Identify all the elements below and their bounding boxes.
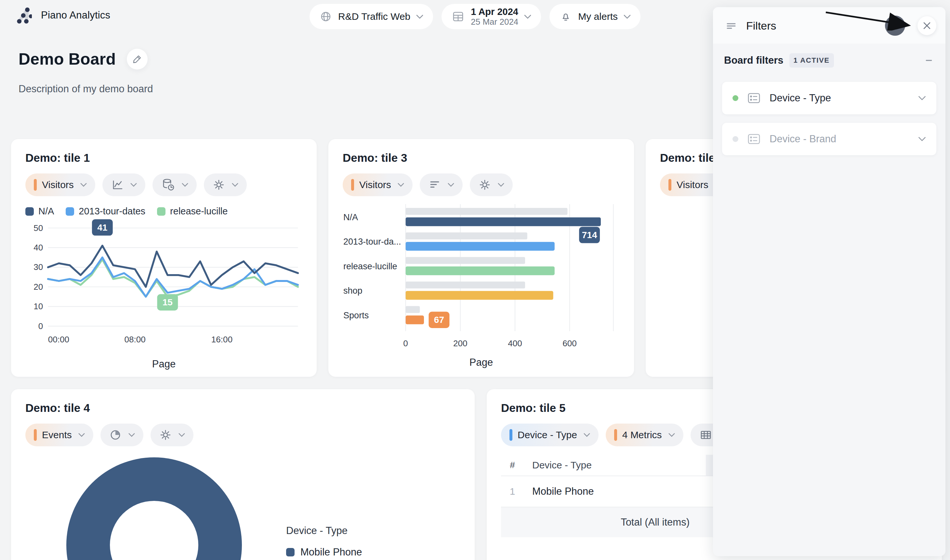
svg-text:Sports: Sports bbox=[343, 310, 369, 320]
svg-text:08:00: 08:00 bbox=[124, 335, 145, 344]
date-comparison: 25 Mar 2024 bbox=[471, 17, 518, 27]
tile1-axis-title: Page bbox=[25, 358, 302, 370]
svg-text:400: 400 bbox=[508, 338, 522, 348]
tile-demo-4: Demo: tile 4 Events bbox=[11, 389, 475, 560]
chevron-down-icon bbox=[79, 433, 85, 437]
active-count-badge: 1 ACTIVE bbox=[790, 53, 834, 68]
legend-label: 2013-tour-dates bbox=[79, 206, 145, 217]
rank-header: # bbox=[501, 455, 524, 475]
settings-selector[interactable] bbox=[470, 174, 513, 196]
filter-status-dot bbox=[733, 95, 738, 101]
filter-item-device-brand[interactable]: Device - Brand bbox=[722, 123, 936, 155]
chevron-down-icon bbox=[232, 183, 238, 187]
tile3-hbar-chart: 0200400600N/A7142013-tour-da...release-l… bbox=[343, 202, 620, 354]
chevron-down-icon bbox=[416, 14, 423, 19]
database-clock-icon bbox=[161, 178, 175, 192]
tile-title: Demo: tile 1 bbox=[25, 151, 302, 165]
dimension-header[interactable]: Device - Type bbox=[524, 455, 706, 475]
tile-title: Demo: tile 3 bbox=[343, 151, 620, 165]
svg-text:0: 0 bbox=[39, 321, 43, 331]
metrics-selector[interactable]: 4 Metrics bbox=[606, 423, 683, 446]
svg-text:15: 15 bbox=[163, 297, 173, 307]
svg-text:shop: shop bbox=[343, 286, 362, 295]
tile1-toolbar: Visitors bbox=[25, 174, 302, 196]
svg-text:200: 200 bbox=[453, 338, 467, 348]
metric-accent bbox=[34, 429, 37, 441]
brand-name: Piano Analytics bbox=[41, 9, 110, 21]
pencil-icon bbox=[132, 54, 143, 65]
filters-panel: Filters Board filters 1 ACTIVE bbox=[713, 7, 945, 556]
filter-status-dot bbox=[733, 136, 738, 142]
chevron-down-icon bbox=[918, 137, 926, 142]
metric-selector[interactable]: Events bbox=[25, 423, 93, 446]
svg-text:20: 20 bbox=[34, 282, 43, 292]
add-filter-button[interactable] bbox=[885, 15, 905, 36]
date-range-values: 1 Apr 2024 25 Mar 2024 bbox=[471, 6, 518, 27]
legend-swatch bbox=[25, 207, 34, 216]
data-source-selector[interactable] bbox=[153, 174, 197, 196]
site-selector[interactable]: R&D Traffic Web bbox=[310, 4, 433, 29]
metric-selector[interactable]: Visitors bbox=[25, 174, 95, 196]
chevron-down-icon bbox=[624, 14, 631, 19]
dimension-selector[interactable]: Device - Type bbox=[501, 423, 598, 446]
chart-type-selector[interactable] bbox=[420, 174, 463, 196]
gear-icon bbox=[159, 428, 172, 442]
filter-label: Device - Brand bbox=[770, 133, 836, 145]
metrics-accent bbox=[614, 429, 617, 441]
chevron-down-icon bbox=[448, 183, 454, 187]
metric-label: Events bbox=[42, 429, 72, 440]
globe-icon bbox=[319, 10, 332, 23]
metric-label: Visitors bbox=[42, 179, 74, 190]
row-rank: 1 bbox=[501, 476, 524, 507]
svg-text:00:00: 00:00 bbox=[48, 335, 69, 344]
date-range-selector[interactable]: 1 Apr 2024 25 Mar 2024 bbox=[441, 4, 541, 29]
svg-text:0: 0 bbox=[403, 338, 408, 348]
svg-text:2013-tour-da...: 2013-tour-da... bbox=[343, 237, 401, 246]
chevron-down-icon bbox=[524, 14, 531, 19]
tile-demo-1: Demo: tile 1 Visitors bbox=[11, 139, 317, 377]
legend-item: Mobile Phone bbox=[286, 546, 362, 558]
legend-swatch bbox=[66, 207, 74, 216]
metric-selector[interactable]: Visitors bbox=[343, 174, 413, 196]
settings-selector[interactable] bbox=[151, 423, 193, 446]
legend-item: 2013-tour-dates bbox=[66, 206, 145, 217]
site-label: R&D Traffic Web bbox=[338, 11, 410, 22]
hbar-chart-icon bbox=[428, 178, 441, 191]
tile3-toolbar: Visitors bbox=[343, 174, 620, 196]
chart-type-selector[interactable] bbox=[100, 423, 143, 446]
chart-type-selector[interactable] bbox=[102, 174, 145, 196]
legend-item: N/A bbox=[25, 206, 54, 217]
chevron-down-icon bbox=[179, 433, 185, 437]
my-alerts-button[interactable]: My alerts bbox=[549, 4, 640, 29]
date-primary: 1 Apr 2024 bbox=[471, 6, 518, 17]
brand: Piano Analytics bbox=[12, 5, 110, 25]
metric-accent bbox=[351, 179, 354, 191]
chevron-down-icon bbox=[182, 183, 188, 187]
chevron-down-icon bbox=[584, 433, 590, 437]
legend-title: Device - Type bbox=[286, 525, 362, 537]
legend-label: N/A bbox=[39, 206, 54, 217]
collapse-section-icon[interactable] bbox=[924, 55, 934, 65]
svg-text:release-lucille: release-lucille bbox=[343, 261, 397, 271]
filter-item-device-type[interactable]: Device - Type bbox=[722, 82, 936, 114]
dimension-accent bbox=[509, 429, 512, 441]
table-icon bbox=[699, 428, 712, 442]
metric-accent bbox=[668, 179, 671, 191]
piano-analytics-logo-icon bbox=[12, 5, 32, 25]
svg-text:600: 600 bbox=[563, 338, 577, 348]
svg-text:50: 50 bbox=[34, 223, 43, 233]
settings-selector[interactable] bbox=[204, 174, 247, 196]
tile-demo-3: Demo: tile 3 Visitors bbox=[328, 139, 634, 377]
edit-board-button[interactable] bbox=[127, 49, 148, 69]
board-filters-section: Board filters 1 ACTIVE bbox=[713, 43, 945, 75]
page-title: Demo Board bbox=[19, 50, 116, 69]
tile4-donut-chart bbox=[66, 457, 242, 560]
total-label: Total (All items) bbox=[524, 508, 706, 537]
svg-text:10: 10 bbox=[34, 302, 43, 311]
chevron-down-icon bbox=[130, 183, 137, 187]
close-panel-button[interactable] bbox=[918, 16, 936, 35]
metrics-label: 4 Metrics bbox=[622, 429, 662, 440]
line-chart-icon bbox=[111, 178, 124, 191]
list-attribute-icon bbox=[747, 132, 761, 146]
gear-icon bbox=[478, 178, 491, 191]
